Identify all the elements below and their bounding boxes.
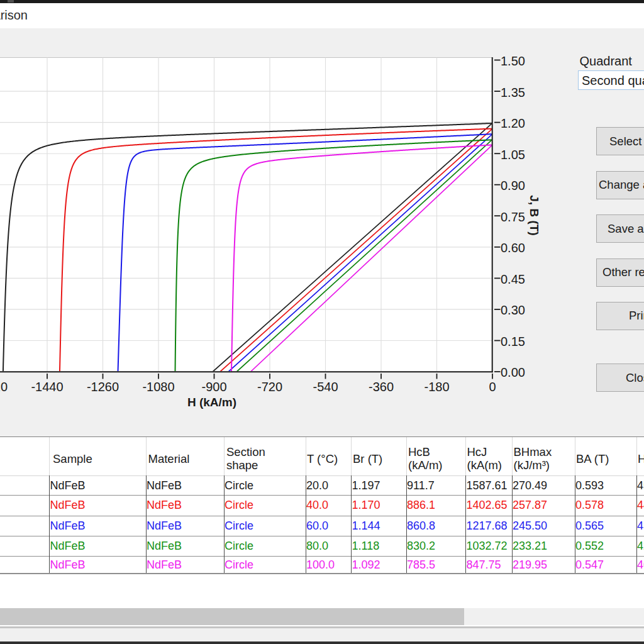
svg-text:-900: -900 xyxy=(201,380,226,394)
svg-text:1.20: 1.20 xyxy=(501,116,525,130)
svg-text:-360: -360 xyxy=(369,380,394,394)
svg-text:1.35: 1.35 xyxy=(501,86,525,99)
svg-text:0.30: 0.30 xyxy=(501,303,525,317)
svg-text:0.60: 0.60 xyxy=(501,241,525,255)
svg-text:-720: -720 xyxy=(257,380,282,394)
svg-text:H (kA/m): H (kA/m) xyxy=(187,396,236,409)
svg-text:-180: -180 xyxy=(424,380,449,394)
svg-text:-1080: -1080 xyxy=(142,380,174,394)
svg-text:0.15: 0.15 xyxy=(501,335,525,348)
svg-text:1.05: 1.05 xyxy=(501,148,525,162)
svg-text:0.45: 0.45 xyxy=(501,272,525,286)
svg-text:0.75: 0.75 xyxy=(501,210,525,224)
svg-text:1.50: 1.50 xyxy=(501,54,525,68)
svg-text:J, B (T): J, B (T) xyxy=(528,195,541,235)
svg-text:-1260: -1260 xyxy=(87,380,119,394)
svg-text:-540: -540 xyxy=(313,380,338,394)
svg-text:-1440: -1440 xyxy=(31,380,63,394)
svg-text:0.90: 0.90 xyxy=(501,179,525,192)
svg-text:0.00: 0.00 xyxy=(501,365,525,379)
svg-text:-1620: -1620 xyxy=(0,380,8,394)
svg-text:0: 0 xyxy=(489,380,496,394)
